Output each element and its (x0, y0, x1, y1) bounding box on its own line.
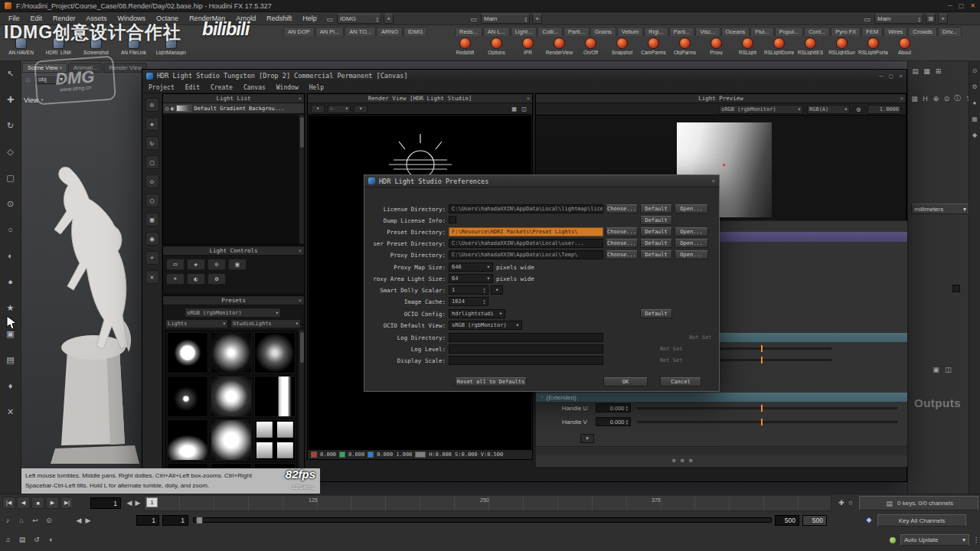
home-range-icon[interactable]: ⌂ (16, 515, 27, 526)
shelf-tool[interactable]: Proxy (701, 37, 731, 55)
gear-icon[interactable]: ⚙ (972, 83, 977, 90)
shelf-tab[interactable]: Flui... (750, 27, 773, 36)
proxy-area-size-selector[interactable]: 64▾ (449, 274, 493, 283)
user-preset-dir-input[interactable]: C:\Users\hahadaXXIN\AppData\Local\user..… (449, 239, 603, 248)
translate-icon[interactable]: ✚ (3, 92, 18, 107)
shelf-tab[interactable]: Pyro FX (831, 27, 861, 36)
preset-tile[interactable] (211, 419, 252, 461)
presets-colorspace-selector[interactable]: sRGB (rgbMonitor)▾ (185, 308, 281, 318)
close-icon[interactable]: ✕ (299, 96, 302, 102)
license-open-button[interactable]: Open... (675, 204, 708, 214)
move-icon[interactable]: ✚ (145, 117, 159, 131)
shelf-tool[interactable]: CamParms (639, 37, 668, 55)
region-icon[interactable]: ▢ (145, 155, 159, 169)
hdr-menu-item[interactable]: Create (206, 83, 237, 92)
hdr-minimize-icon[interactable]: ─ (880, 73, 884, 80)
scale-icon[interactable]: ◇ (3, 144, 18, 159)
rv-grid-icon[interactable]: ▦ (509, 104, 519, 114)
preset-tile[interactable] (254, 332, 296, 373)
play-button[interactable]: ▶ (46, 497, 59, 509)
auto-update-selector[interactable]: Auto Update▾ (900, 534, 969, 546)
key-icon[interactable]: ◆ (864, 514, 874, 525)
grid-icon[interactable]: ▣ (145, 213, 159, 227)
handle-u-field[interactable]: 0.000 ▴▾ (596, 403, 631, 412)
hdr-menu-item[interactable]: Canvas (239, 83, 270, 92)
go-start-button[interactable]: |◀ (2, 497, 15, 509)
shelf-tool[interactable]: ObjParms (670, 37, 700, 55)
pane-split-button[interactable]: ⊞ (926, 14, 936, 24)
shelf-tool[interactable]: About (890, 37, 920, 55)
dump-default-button[interactable]: Default (640, 216, 672, 225)
shelf-tab[interactable]: Cont... (804, 27, 830, 36)
zoom-icon[interactable]: ⊙ (145, 98, 159, 112)
add-desktop-button[interactable]: + (384, 14, 394, 24)
clock-icon[interactable]: ◐ (46, 534, 57, 545)
undo-range-icon[interactable]: ↩ (30, 515, 41, 526)
rotate-icon[interactable]: ↻ (3, 118, 18, 133)
gear-icon[interactable]: ⚙ (207, 273, 226, 285)
shelf-tab[interactable]: AN TO... (345, 27, 376, 36)
license-default-button[interactable]: Default (640, 204, 672, 214)
preset-tile[interactable] (167, 332, 208, 373)
split-icon[interactable]: ⊞ (933, 66, 943, 76)
history-icon[interactable]: ↺ (31, 534, 42, 545)
hdr-close-icon[interactable]: ✕ (899, 73, 903, 80)
add-light-icon[interactable]: ✚ (187, 259, 205, 270)
desktop-selector[interactable]: IDMG▴▾ (337, 14, 381, 24)
smart-dolly-dropdown[interactable]: ▾ (491, 285, 503, 295)
ocio-config-selector[interactable]: hdrlightstudi▾ (449, 309, 505, 318)
rv-split-icon[interactable]: ◫ (519, 104, 529, 114)
material-icon[interactable]: ★ (3, 300, 18, 315)
current-frame-field[interactable]: 1 (90, 497, 121, 509)
rv-menu-selector[interactable]: ▾ (311, 105, 325, 113)
shelf-tab[interactable]: Rigi... (644, 27, 668, 36)
preset-tile[interactable] (254, 419, 296, 461)
solo-icon[interactable]: ◐ (171, 106, 174, 112)
hdr-menu-item[interactable]: Project (144, 83, 179, 92)
rv-channel-selector[interactable]: —▾ (328, 105, 351, 113)
light-icon[interactable]: ☀ (145, 251, 159, 265)
visibility-icon[interactable]: ○ (165, 106, 168, 112)
range-slider[interactable] (193, 517, 772, 523)
view-icon[interactable]: ○ (3, 222, 18, 237)
image-cache-field[interactable]: 1024 ▴▾ (449, 297, 488, 306)
timeline-ruler[interactable]: 125 250 375 1 (144, 495, 831, 511)
preset-open-button[interactable]: Open... (675, 227, 708, 236)
grid-icon[interactable]: ▦ (922, 66, 932, 76)
shelf-tab[interactable]: Grains (590, 27, 616, 36)
more-icon[interactable]: ⋮ (971, 534, 980, 545)
shelf-tool[interactable]: Snapshot (607, 37, 637, 55)
circle-icon[interactable]: ○ (145, 194, 159, 207)
reset-defaults-button[interactable]: Reset all to Defaults (455, 377, 527, 386)
preset-tile[interactable] (167, 376, 208, 417)
search-timeline-icon[interactable]: ○ (845, 497, 856, 508)
home-icon[interactable]: ⌂ (23, 74, 33, 84)
prev-frame-button[interactable]: ◀ (17, 497, 30, 509)
user-choose-button[interactable]: Choose... (606, 239, 638, 248)
transform-extended-header[interactable]: ▾(Extended) (536, 393, 907, 402)
playhead-marker[interactable]: 1 (146, 497, 158, 507)
hdr-menu-item[interactable]: Edit (181, 83, 204, 92)
param-checkbox[interactable] (952, 285, 960, 292)
shelf-tab[interactable]: IDMG (403, 27, 428, 36)
shelf-tool[interactable]: Redshift (450, 37, 480, 55)
ocio-view-selector[interactable]: sRGB (rgbMonitor)▾ (449, 321, 522, 330)
user-default-button[interactable]: Default (640, 239, 672, 248)
erase-icon[interactable]: ✕ (3, 404, 18, 419)
shelf-tab[interactable]: ARNO (377, 27, 403, 36)
shelf-tool[interactable]: RSLightSun (827, 37, 857, 55)
preset-default-button[interactable]: Default (640, 227, 672, 236)
log-level-input[interactable] (449, 344, 603, 354)
shelf-tab[interactable]: Crowds (908, 27, 936, 36)
shelf-tab[interactable]: AN L... (483, 27, 510, 36)
shelf-tab[interactable]: AN DOP (283, 27, 315, 36)
param-dropdown[interactable]: ▾ (580, 434, 594, 443)
log-dir-input[interactable] (449, 333, 603, 342)
frame-fwd-button[interactable]: ▶ (132, 497, 143, 508)
maximize-icon[interactable]: ▢ (959, 2, 965, 9)
light-list-item[interactable]: ○ ◐ Default Gradient Backgrou... (163, 103, 304, 114)
horse-statue-model[interactable] (29, 155, 149, 467)
range-right-icon[interactable]: ▶ (83, 515, 93, 526)
add-node-icon[interactable]: ⊕ (931, 93, 941, 103)
scene-selector[interactable]: Main▴▾ (481, 14, 530, 24)
